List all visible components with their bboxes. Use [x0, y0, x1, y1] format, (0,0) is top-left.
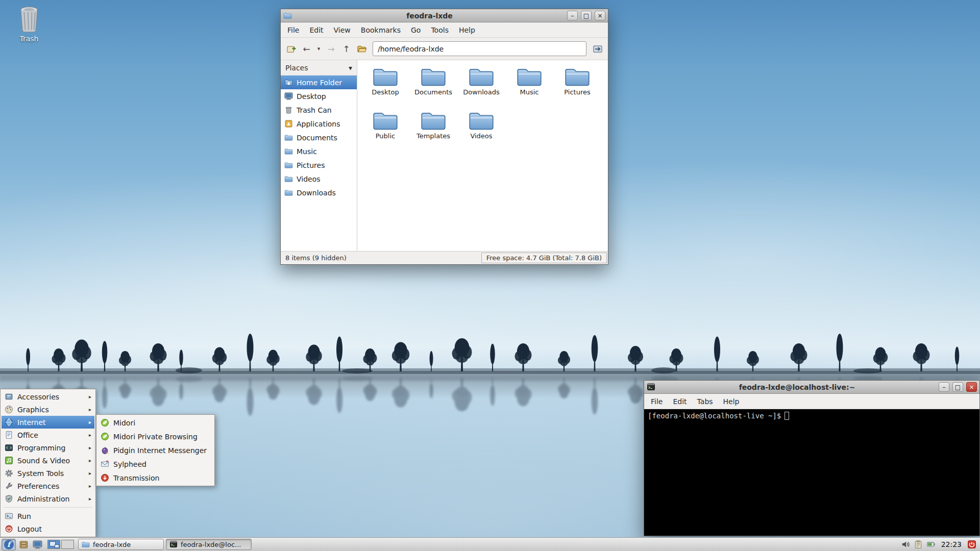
- location-folder-button[interactable]: [355, 42, 369, 56]
- folder-icon: [372, 65, 399, 88]
- sidebar-item-applications[interactable]: Applications: [281, 117, 357, 131]
- menu-item-system-tools[interactable]: System Tools ▸: [2, 467, 94, 480]
- forward-button[interactable]: →: [324, 42, 338, 56]
- file-manager-toolbar: ← ▾ → ↑: [281, 38, 608, 60]
- menu-edit[interactable]: Edit: [668, 395, 691, 408]
- volume-icon[interactable]: [901, 540, 910, 549]
- sidebar-item-home-folder[interactable]: Home Folder: [281, 76, 357, 89]
- application-menu: Accessories ▸ Graphics ▸ Internet ▸ Offi…: [0, 389, 96, 537]
- clipboard-icon[interactable]: [914, 540, 923, 549]
- menu-item-graphics[interactable]: Graphics ▸: [2, 403, 94, 416]
- maximize-button[interactable]: □: [952, 382, 963, 392]
- monitor-icon: [33, 540, 42, 549]
- sidebar-item-videos[interactable]: Videos: [281, 172, 357, 186]
- workspace-2[interactable]: [61, 540, 74, 549]
- menu-help[interactable]: Help: [454, 24, 480, 36]
- folder-item-downloads[interactable]: Downloads: [457, 65, 505, 107]
- terminal-output[interactable]: [feodra-lxde@localhost-live ~]$: [644, 409, 979, 536]
- transmission-icon: [101, 473, 109, 482]
- sidebar-item-music[interactable]: Music: [281, 144, 357, 158]
- menu-help[interactable]: Help: [719, 395, 744, 408]
- menu-item-run[interactable]: Run: [2, 510, 94, 522]
- run-icon: [5, 512, 13, 520]
- menu-item-programming[interactable]: Programming ▸: [2, 441, 94, 454]
- menu-go[interactable]: Go: [406, 24, 425, 36]
- menu-item-administration[interactable]: Administration ▸: [2, 492, 94, 505]
- menu-item-office[interactable]: Office ▸: [2, 429, 94, 441]
- menu-tools[interactable]: Tools: [426, 24, 453, 36]
- submenu-item-transmission[interactable]: Transmission: [97, 471, 213, 485]
- file-manager-menubar: File Edit View Bookmarks Go Tools Help: [281, 22, 608, 38]
- sidebar-item-documents[interactable]: Documents: [281, 131, 357, 144]
- submenu-item-pidgin[interactable]: Pidgin Internet Messenger: [97, 443, 213, 457]
- places-header[interactable]: Places ▾: [281, 60, 357, 76]
- trash-label: Trash: [11, 35, 47, 43]
- power-icon[interactable]: [967, 540, 976, 549]
- jump-to-button[interactable]: [591, 42, 604, 56]
- open-folder-icon: [357, 44, 367, 54]
- new-tab-button[interactable]: [284, 42, 298, 56]
- menu-item-preferences[interactable]: Preferences ▸: [2, 480, 94, 492]
- battery-icon[interactable]: [926, 540, 936, 549]
- clock[interactable]: 22:23: [939, 540, 964, 548]
- close-button[interactable]: ×: [595, 11, 605, 20]
- file-manager-titlebar[interactable]: feodra-lxde – □ ×: [281, 9, 608, 22]
- submenu-item-sylpheed[interactable]: Sylpheed: [97, 457, 213, 471]
- minimize-button[interactable]: –: [567, 11, 578, 20]
- menu-edit[interactable]: Edit: [305, 24, 328, 36]
- folder-view[interactable]: Desktop Documents Downloads Music Pictur…: [357, 60, 608, 251]
- menu-separator: [3, 507, 93, 508]
- sidebar-item-downloads[interactable]: Downloads: [281, 186, 357, 199]
- history-dropdown[interactable]: ▾: [315, 42, 323, 56]
- submenu-item-midori[interactable]: Midori: [97, 416, 213, 430]
- file-manager-launcher[interactable]: [18, 539, 30, 550]
- folder-item-videos[interactable]: Videos: [457, 109, 505, 151]
- folder-icon: [420, 109, 447, 132]
- sidebar-item-pictures[interactable]: Pictures: [281, 158, 357, 172]
- trash-icon: [16, 5, 42, 34]
- submenu-arrow-icon: ▸: [89, 419, 91, 425]
- minimize-button[interactable]: –: [939, 382, 949, 392]
- folder-icon: [468, 109, 495, 132]
- menu-item-sound-video[interactable]: Sound & Video ▸: [2, 454, 94, 467]
- sylpheed-icon: [101, 460, 109, 468]
- folder-item-desktop[interactable]: Desktop: [361, 65, 409, 107]
- close-button[interactable]: ×: [966, 382, 977, 392]
- folder-item-pictures[interactable]: Pictures: [553, 65, 601, 107]
- terminal-titlebar[interactable]: feodra-lxde@localhost-live:~ – □ ×: [644, 381, 979, 394]
- folder-icon: [82, 540, 90, 548]
- office-icon: [5, 431, 13, 439]
- trash-desktop-icon[interactable]: Trash: [11, 5, 47, 43]
- sidebar-item-desktop[interactable]: Desktop: [281, 89, 357, 103]
- folder-icon: [516, 65, 543, 88]
- menu-item-internet[interactable]: Internet ▸: [2, 416, 94, 429]
- desktop-launcher[interactable]: [32, 539, 43, 550]
- task-button-terminal[interactable]: feodra-lxde@loc...: [166, 539, 252, 550]
- menu-view[interactable]: View: [329, 24, 355, 36]
- sidebar-item-trash-can[interactable]: Trash Can: [281, 103, 357, 117]
- menu-file[interactable]: File: [283, 24, 304, 36]
- administration-icon: [5, 494, 13, 503]
- maximize-button[interactable]: □: [581, 11, 592, 20]
- folder-item-documents[interactable]: Documents: [409, 65, 457, 107]
- back-button[interactable]: ←: [300, 42, 313, 56]
- pidgin-icon: [101, 446, 109, 455]
- menu-item-accessories[interactable]: Accessories ▸: [2, 390, 94, 403]
- folder-item-templates[interactable]: Templates: [409, 109, 457, 151]
- workspace-1[interactable]: [47, 540, 60, 549]
- menu-bookmarks[interactable]: Bookmarks: [356, 24, 405, 36]
- start-menu-button[interactable]: f: [2, 539, 16, 550]
- folder-icon: [468, 65, 495, 88]
- fedora-logo-icon: f: [4, 540, 14, 549]
- submenu-item-midori-private[interactable]: Midori Private Browsing: [97, 430, 213, 443]
- menu-item-logout[interactable]: Logout: [2, 522, 94, 535]
- folder-icon: [284, 133, 293, 142]
- internet-icon: [5, 418, 13, 427]
- path-input[interactable]: [373, 41, 586, 56]
- up-button[interactable]: ↑: [339, 42, 353, 56]
- folder-item-public[interactable]: Public: [361, 109, 409, 151]
- menu-tabs[interactable]: Tabs: [693, 395, 718, 408]
- menu-file[interactable]: File: [646, 395, 667, 408]
- task-button-file-manager[interactable]: feodra-lxde: [78, 539, 164, 550]
- folder-item-music[interactable]: Music: [505, 65, 553, 107]
